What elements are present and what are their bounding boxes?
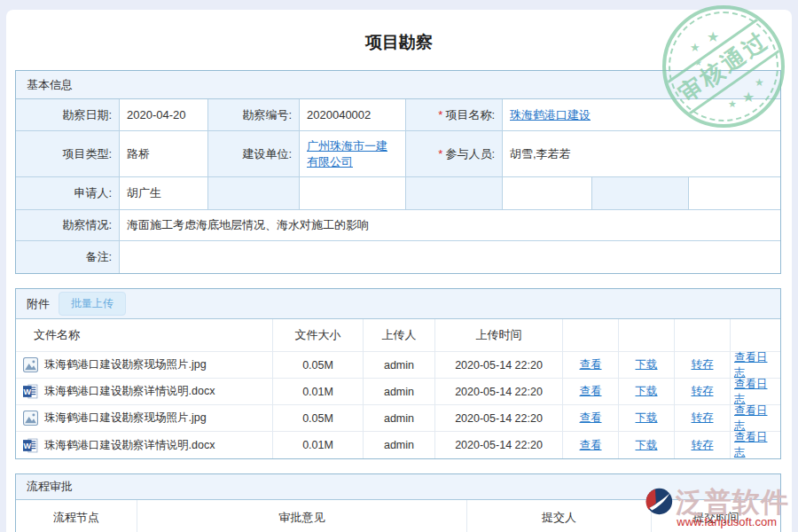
basic-info-section-title: 基本信息 xyxy=(16,71,780,99)
remark-label: 备注: xyxy=(16,241,120,273)
download-link[interactable]: 下载 xyxy=(636,384,658,399)
file-name: 珠海鹤港口建设勘察详情说明.docx xyxy=(44,384,215,399)
project-name-label: * 项目名称: xyxy=(406,99,503,131)
survey-date-label: 勘察日期: xyxy=(16,99,120,131)
file-uploader: admin xyxy=(364,405,435,432)
applicant-label: 申请人: xyxy=(16,177,120,210)
survey-date-value: 2020-04-20 xyxy=(120,99,208,131)
save-copy-link[interactable]: 转存 xyxy=(692,357,714,372)
col-header-file-size: 文件大小 xyxy=(273,319,364,352)
file-name-cell: W 珠海鹤港口建设勘察详情说明.docx xyxy=(16,379,273,405)
file-action-cell: 查看日志 xyxy=(731,405,780,432)
file-uploader: admin xyxy=(364,432,435,458)
build-unit-cell: 广州珠海市一建有限公司 xyxy=(300,131,406,177)
survey-no-label: 勘察编号: xyxy=(208,99,300,131)
file-name: 珠海鹤港口建设勘察现场照片.jpg xyxy=(44,357,207,372)
required-star: * xyxy=(438,147,442,160)
empty-cell xyxy=(592,177,689,210)
view-log-link[interactable]: 查看日志 xyxy=(734,403,777,434)
project-name-cell: 珠海鹤港口建设 xyxy=(503,99,780,131)
file-name-cell: W 珠海鹤港口建设勘察现场照片.jpg xyxy=(16,352,273,379)
approval-section: 流程审批 流程节点 审批意见 提交人 提交时间 xyxy=(15,473,781,532)
file-size: 0.01M xyxy=(273,379,364,405)
file-name: 珠海鹤港口建设勘察现场照片.jpg xyxy=(44,411,207,426)
attachments-section-header: 附件 批量上传 xyxy=(16,289,780,319)
file-action-cell: 下载 xyxy=(619,352,675,379)
file-uploader: admin xyxy=(364,352,435,379)
remark-value xyxy=(120,241,780,273)
download-link[interactable]: 下载 xyxy=(636,357,658,372)
attachments-section: 附件 批量上传 文件名称 文件大小 上传人 上传时间 W 珠海鹤港口建设勘察现场… xyxy=(15,288,781,459)
file-action-cell: 下载 xyxy=(619,379,675,405)
col-header-flow-node: 流程节点 xyxy=(16,500,137,532)
empty-cell xyxy=(406,177,503,210)
view-link[interactable]: 查看 xyxy=(580,384,602,399)
empty-cell xyxy=(689,177,780,210)
attachments-section-title: 附件 xyxy=(27,296,50,312)
file-action-cell: 查看日志 xyxy=(731,432,780,458)
project-name-link[interactable]: 珠海鹤港口建设 xyxy=(510,107,591,123)
file-name-cell: W 珠海鹤港口建设勘察现场照片.jpg xyxy=(16,405,273,432)
view-log-link[interactable]: 查看日志 xyxy=(734,430,777,460)
participants-label: * 参与人员: xyxy=(406,131,503,177)
view-link[interactable]: 查看 xyxy=(580,357,602,372)
approval-section-title: 流程审批 xyxy=(16,474,780,500)
col-header-upload-time: 上传时间 xyxy=(435,319,563,352)
svg-text:W: W xyxy=(24,441,32,450)
file-action-cell: 转存 xyxy=(675,405,731,432)
project-type-value: 路桥 xyxy=(120,131,208,177)
word-file-icon: W xyxy=(23,438,38,453)
image-file-icon xyxy=(23,357,38,372)
applicant-value: 胡广生 xyxy=(120,177,208,210)
file-action-cell: 转存 xyxy=(675,432,731,458)
file-name-cell: W 珠海鹤港口建设勘察详情说明.docx xyxy=(16,432,273,458)
build-unit-label: 建设单位: xyxy=(208,131,300,177)
survey-detail-value: 海面施工考虑海底地层情况、海水对施工的影响 xyxy=(120,210,780,241)
file-size: 0.05M xyxy=(273,352,364,379)
file-size: 0.01M xyxy=(273,432,364,458)
image-file-icon xyxy=(23,411,38,426)
view-link[interactable]: 查看 xyxy=(580,438,602,453)
survey-no-value: 2020040002 xyxy=(300,99,406,131)
file-action-cell: 转存 xyxy=(675,379,731,405)
download-link[interactable]: 下载 xyxy=(636,411,658,426)
build-unit-link[interactable]: 广州珠海市一建有限公司 xyxy=(307,138,398,170)
col-header-approval-opinion: 审批意见 xyxy=(137,500,467,532)
col-header-uploader: 上传人 xyxy=(364,319,435,352)
file-action-cell: 转存 xyxy=(675,352,731,379)
col-header-file-name: 文件名称 xyxy=(16,319,273,352)
basic-info-section: 基本信息 勘察日期: 2020-04-20 勘察编号: 2020040002 *… xyxy=(15,70,781,274)
save-copy-link[interactable]: 转存 xyxy=(692,411,714,426)
file-action-cell: 下载 xyxy=(619,405,675,432)
file-size: 0.05M xyxy=(273,405,364,432)
download-link[interactable]: 下载 xyxy=(636,438,658,453)
participants-value: 胡雪,李若若 xyxy=(503,131,780,177)
empty-cell xyxy=(208,177,300,210)
file-action-cell: 查看 xyxy=(563,405,619,432)
file-upload-time: 2020-05-14 22:20 xyxy=(435,432,563,458)
view-log-link[interactable]: 查看日志 xyxy=(734,350,777,380)
file-action-cell: 查看 xyxy=(563,432,619,458)
attachments-table: 文件名称 文件大小 上传人 上传时间 W 珠海鹤港口建设勘察现场照片.jpg 0… xyxy=(16,319,780,458)
file-action-cell: 查看 xyxy=(563,379,619,405)
col-header-submitter: 提交人 xyxy=(467,500,652,532)
file-name: 珠海鹤港口建设勘察详情说明.docx xyxy=(44,438,215,453)
word-file-icon: W xyxy=(23,384,38,399)
save-copy-link[interactable]: 转存 xyxy=(692,438,714,453)
file-uploader: admin xyxy=(364,379,435,405)
empty-cell xyxy=(503,177,592,210)
view-log-link[interactable]: 查看日志 xyxy=(734,377,777,407)
view-link[interactable]: 查看 xyxy=(580,411,602,426)
project-type-label: 项目类型: xyxy=(16,131,120,177)
save-copy-link[interactable]: 转存 xyxy=(692,384,714,399)
svg-text:W: W xyxy=(24,387,32,396)
approval-table: 流程节点 审批意见 提交人 提交时间 xyxy=(16,500,780,532)
required-star: * xyxy=(438,108,442,121)
file-action-cell: 查看日志 xyxy=(731,379,780,405)
batch-upload-button[interactable]: 批量上传 xyxy=(59,292,126,316)
file-upload-time: 2020-05-14 22:20 xyxy=(435,352,563,379)
empty-cell xyxy=(300,177,406,210)
file-action-cell: 下载 xyxy=(619,432,675,458)
col-header-action xyxy=(731,319,780,352)
col-header-action xyxy=(563,319,619,352)
